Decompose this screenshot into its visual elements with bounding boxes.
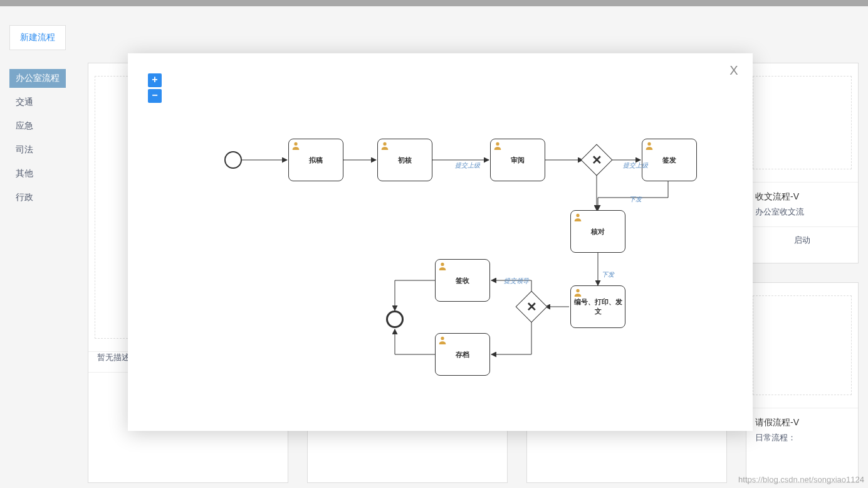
user-icon xyxy=(438,336,447,344)
task-label: 初核 xyxy=(398,156,412,165)
bpmn-task-check[interactable]: 核对 xyxy=(570,210,625,253)
bpmn-start-event[interactable] xyxy=(224,151,242,169)
user-icon xyxy=(645,141,654,150)
edge-label: 下发 xyxy=(629,195,642,204)
card-desc: 日常流程： xyxy=(746,432,858,452)
sidebar-item-office[interactable]: 办公室流程 xyxy=(9,69,66,88)
edge-label: 提交上级 xyxy=(455,161,480,170)
bpmn-end-event[interactable] xyxy=(386,310,404,328)
bpmn-task-receive[interactable]: 签收 xyxy=(435,259,490,302)
sidebar-item-admin[interactable]: 行政 xyxy=(9,188,39,207)
user-icon xyxy=(493,141,502,150)
user-icon xyxy=(380,141,389,150)
task-label: 编号、打印、发文 xyxy=(573,297,622,316)
bpmn-task-draft[interactable]: 拟稿 xyxy=(288,139,343,181)
task-label: 审阅 xyxy=(511,156,525,165)
task-label: 拟稿 xyxy=(309,156,323,165)
sidebar-item-judicial[interactable]: 司法 xyxy=(9,141,39,159)
card-title: 收文流程-V xyxy=(746,183,858,206)
gateway-x-icon: ✕ xyxy=(592,154,602,166)
edge-label: 下发 xyxy=(602,270,614,279)
user-icon xyxy=(438,262,447,270)
bpmn-task-read[interactable]: 审阅 xyxy=(490,139,545,181)
tab-bar: 新建流程 xyxy=(0,6,868,50)
task-label: 签发 xyxy=(662,156,676,165)
bpmn-task-print[interactable]: 编号、打印、发文 xyxy=(570,285,625,328)
card-desc: 办公室收文流 xyxy=(746,206,858,226)
sidebar-item-traffic[interactable]: 交通 xyxy=(9,93,39,112)
watermark: https://blog.csdn.net/songxiao1124 xyxy=(738,475,864,484)
task-label: 核对 xyxy=(591,227,605,236)
top-divider xyxy=(0,0,868,6)
user-icon xyxy=(291,141,300,150)
edge-label: 提交领导 xyxy=(504,277,529,285)
process-card[interactable]: 请假流程-V 日常流程： xyxy=(746,282,859,483)
edge-label: 提交上级 xyxy=(623,161,648,170)
sidebar-item-other[interactable]: 其他 xyxy=(9,164,39,183)
card-action-start[interactable]: 启动 xyxy=(746,227,858,253)
bpmn-task-archive[interactable]: 存档 xyxy=(435,333,490,376)
bpmn-task-sign[interactable]: 签发 xyxy=(642,139,697,181)
task-label: 存档 xyxy=(456,350,469,359)
card-title: 请假流程-V xyxy=(746,408,858,432)
bpmn-task-review1[interactable]: 初核 xyxy=(377,139,432,181)
task-label: 签收 xyxy=(456,276,469,285)
user-icon xyxy=(573,213,582,221)
sidebar: 办公室流程 交通 应急 司法 其他 行政 xyxy=(9,63,88,483)
bpmn-diagram: 拟稿 初核 审阅 ✕ 签发 核对 编号、打印、发文 ✕ xyxy=(128,53,753,431)
process-card[interactable]: 收文流程-V 办公室收文流 启动 xyxy=(746,63,859,263)
tab-new-process[interactable]: 新建流程 xyxy=(9,25,66,50)
gateway-x-icon: ✕ xyxy=(526,300,537,313)
user-icon xyxy=(573,288,582,297)
sidebar-item-emergency[interactable]: 应急 xyxy=(9,117,39,135)
diagram-modal: X + − xyxy=(128,53,753,431)
